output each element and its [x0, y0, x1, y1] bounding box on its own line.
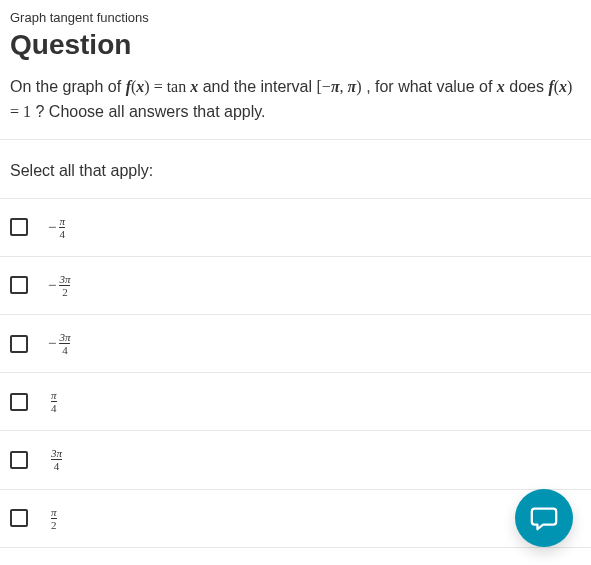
neg-sign: − — [48, 277, 56, 294]
option-row[interactable]: π 2 — [0, 490, 591, 548]
option-row[interactable]: − π 4 — [0, 199, 591, 257]
fraction-denominator: 4 — [59, 227, 65, 240]
fraction-numerator: 3π — [59, 273, 70, 285]
option-row[interactable]: 3π 4 — [0, 431, 591, 489]
chat-button[interactable] — [515, 489, 573, 547]
prompt-text: , for what value of — [366, 78, 497, 95]
fraction-denominator: 4 — [51, 459, 62, 472]
chat-icon — [529, 503, 559, 533]
checkbox[interactable] — [10, 393, 28, 411]
option-row[interactable]: − 3π 2 — [0, 257, 591, 315]
checkbox[interactable] — [10, 451, 28, 469]
fraction-numerator: π — [51, 506, 57, 518]
option-math: − π 4 — [48, 215, 65, 240]
select-all-label: Select all that apply: — [0, 140, 591, 199]
fraction-numerator: π — [59, 215, 65, 227]
option-math: 3π 4 — [48, 447, 62, 472]
math-fx-tanx: f(x) = tan x — [126, 78, 199, 95]
fraction-denominator: 2 — [59, 285, 70, 298]
fraction-numerator: π — [51, 389, 57, 401]
fraction-denominator: 4 — [59, 343, 70, 356]
page-title: Question — [0, 29, 591, 69]
prompt-text: On the graph of — [10, 78, 126, 95]
option-math: π 2 — [48, 506, 57, 531]
checkbox[interactable] — [10, 335, 28, 353]
neg-sign: − — [48, 219, 56, 236]
prompt-text: does — [509, 78, 548, 95]
option-math: − 3π 4 — [48, 331, 70, 356]
neg-sign: − — [48, 335, 56, 352]
fraction-numerator: 3π — [51, 447, 62, 459]
checkbox[interactable] — [10, 218, 28, 236]
option-math: − 3π 2 — [48, 273, 70, 298]
fraction-denominator: 2 — [51, 518, 57, 531]
math-interval: [−π, π) — [317, 78, 362, 95]
checkbox[interactable] — [10, 276, 28, 294]
question-prompt: On the graph of f(x) = tan x and the int… — [0, 69, 591, 140]
fraction-numerator: 3π — [59, 331, 70, 343]
option-math: π 4 — [48, 389, 57, 414]
math-x: x — [497, 78, 505, 95]
prompt-text: and the interval — [203, 78, 317, 95]
option-row[interactable]: − 3π 4 — [0, 315, 591, 373]
checkbox[interactable] — [10, 509, 28, 527]
breadcrumb: Graph tangent functions — [0, 0, 591, 29]
prompt-text: ? Choose all answers that apply. — [35, 103, 265, 120]
option-row[interactable]: π 4 — [0, 373, 591, 431]
fraction-denominator: 4 — [51, 401, 57, 414]
